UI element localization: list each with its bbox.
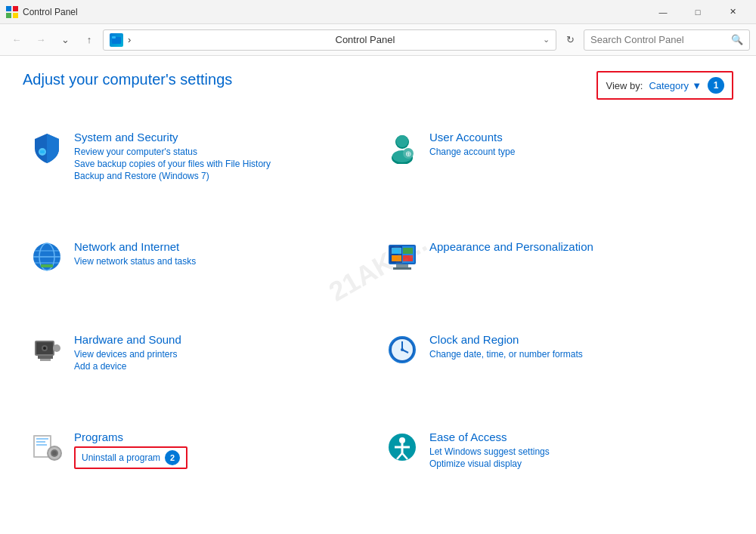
system-security-link-1[interactable]: Save backup copies of your files with Fi…: [74, 159, 370, 169]
svg-rect-25: [392, 248, 401, 254]
search-icon[interactable]: 🔍: [731, 34, 743, 45]
hardware-sound-link-1[interactable]: Add a device: [74, 361, 370, 372]
svg-rect-19: [41, 264, 53, 267]
svg-rect-26: [403, 248, 413, 254]
clock-region-title[interactable]: Clock and Region: [429, 333, 726, 346]
programs-icon: [30, 431, 64, 464]
ease-of-access-content: Ease of Access Let Windows suggest setti…: [429, 431, 726, 469]
viewby-badge: 1: [708, 77, 724, 94]
ease-of-access-icon: [386, 431, 419, 464]
system-security-link-2[interactable]: Backup and Restore (Windows 7): [74, 171, 370, 181]
clock-region-links: Change date, time, or number formats: [429, 349, 726, 360]
programs-content: Programs Uninstall a program 2: [74, 431, 370, 469]
clock-region-content: Clock and Region Change date, time, or n…: [429, 333, 726, 360]
user-accounts-icon: ⊕: [386, 131, 419, 164]
hardware-sound-content: Hardware and Sound View devices and prin…: [74, 333, 370, 372]
svg-rect-46: [36, 444, 47, 446]
clock-region-icon: [386, 333, 419, 366]
category-programs: Programs Uninstall a program 2: [23, 421, 378, 519]
hardware-sound-title[interactable]: Hardware and Sound: [74, 333, 370, 346]
maximize-button[interactable]: □: [680, 0, 715, 24]
appearance-title[interactable]: Appearance and Personalization: [429, 240, 726, 253]
view-by-value: Category: [649, 80, 689, 91]
system-security-icon: [30, 131, 64, 164]
system-security-link-0[interactable]: Review your computer's status: [74, 147, 370, 157]
search-input[interactable]: [590, 34, 728, 45]
window-title: Control Panel: [23, 7, 646, 17]
up-button[interactable]: ↑: [79, 29, 100, 51]
svg-rect-1: [13, 6, 18, 11]
minimize-button[interactable]: —: [646, 0, 680, 24]
hardware-sound-links: View devices and printers Add a device: [74, 349, 370, 372]
svg-rect-45: [36, 441, 45, 443]
category-clock-region: Clock and Region Change date, time, or n…: [378, 324, 733, 421]
svg-rect-2: [6, 13, 11, 18]
network-internet-links: View network status and tasks: [74, 256, 370, 267]
category-user-accounts: ⊕ User Accounts Change account type: [378, 122, 733, 231]
network-internet-icon: [30, 240, 64, 273]
user-accounts-content: User Accounts Change account type: [429, 131, 726, 157]
svg-rect-33: [40, 359, 51, 361]
address-folder-icon: [110, 33, 123, 47]
svg-rect-44: [36, 438, 48, 440]
category-ease-of-access: Ease of Access Let Windows suggest setti…: [378, 421, 733, 519]
system-security-title[interactable]: System and Security: [74, 131, 370, 144]
ease-of-access-link-0[interactable]: Let Windows suggest settings: [429, 446, 726, 457]
programs-title[interactable]: Programs: [74, 431, 370, 443]
title-bar: Control Panel — □ ✕: [0, 0, 756, 24]
ease-of-access-title[interactable]: Ease of Access: [429, 431, 726, 443]
ease-of-access-links: Let Windows suggest settings Optimize vi…: [429, 446, 726, 469]
uninstall-row: Uninstall a program 2: [74, 446, 187, 469]
svg-rect-0: [6, 6, 11, 11]
svg-rect-5: [112, 36, 116, 39]
ease-of-access-link-1[interactable]: Optimize visual display: [429, 458, 726, 469]
user-accounts-title[interactable]: User Accounts: [429, 131, 726, 144]
search-container: 🔍: [584, 29, 750, 51]
svg-point-35: [43, 347, 46, 350]
view-by-section: View by: Category ▼ 1: [596, 71, 733, 100]
category-system-security: System and Security Review your computer…: [23, 122, 378, 231]
back-button[interactable]: ←: [6, 29, 27, 51]
svg-rect-24: [393, 267, 411, 270]
svg-point-50: [52, 451, 57, 455]
main-content: Adjust your computer's settings View by:…: [0, 56, 756, 534]
svg-rect-23: [396, 264, 408, 267]
address-bar: ← → ⌄ ↑ › Control Panel ⌄ ↻ 🔍: [0, 24, 756, 56]
top-area: Adjust your computer's settings View by:…: [23, 71, 733, 106]
category-hardware-sound: Hardware and Sound View devices and prin…: [23, 324, 378, 421]
close-button[interactable]: ✕: [715, 0, 750, 24]
svg-rect-7: [40, 150, 45, 153]
recent-button[interactable]: ⌄: [54, 29, 76, 51]
uninstall-badge: 2: [165, 450, 180, 465]
network-internet-content: Network and Internet View network status…: [74, 240, 370, 267]
window-controls: — □ ✕: [646, 0, 750, 24]
address-input-container: › Control Panel ⌄: [103, 29, 556, 51]
app-icon: [6, 6, 18, 18]
address-dropdown-icon[interactable]: ⌄: [543, 35, 550, 45]
appearance-content: Appearance and Personalization: [429, 240, 726, 256]
svg-rect-32: [38, 356, 53, 359]
hardware-sound-icon: [30, 333, 64, 366]
uninstall-link[interactable]: Uninstall a program: [82, 452, 160, 463]
categories-grid: System and Security Review your computer…: [23, 122, 733, 519]
refresh-button[interactable]: ↻: [559, 29, 581, 51]
appearance-icon: [386, 240, 419, 273]
network-internet-title[interactable]: Network and Internet: [74, 240, 370, 253]
view-by-label: View by:: [606, 80, 643, 91]
svg-point-41: [401, 348, 404, 351]
user-accounts-links: Change account type: [429, 147, 726, 157]
network-internet-link-0[interactable]: View network status and tasks: [74, 256, 370, 267]
breadcrumb-separator: ›: [128, 34, 331, 45]
view-by-chevron-icon: ▼: [692, 80, 702, 91]
hardware-sound-link-0[interactable]: View devices and printers: [74, 349, 370, 360]
svg-rect-28: [403, 255, 413, 261]
svg-rect-3: [13, 13, 18, 18]
category-network-internet: Network and Internet View network status…: [23, 231, 378, 323]
address-text: Control Panel: [336, 34, 539, 45]
svg-rect-27: [392, 255, 401, 261]
user-accounts-link-0[interactable]: Change account type: [429, 147, 726, 157]
system-security-links: Review your computer's status Save backu…: [74, 147, 370, 181]
view-by-dropdown[interactable]: Category ▼: [649, 80, 702, 91]
forward-button[interactable]: →: [30, 29, 51, 51]
clock-region-link-0[interactable]: Change date, time, or number formats: [429, 349, 726, 360]
